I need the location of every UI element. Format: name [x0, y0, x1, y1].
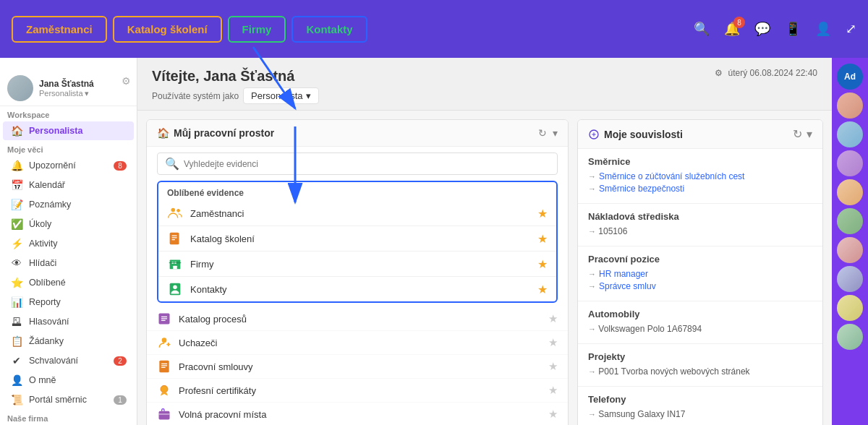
sidebar-item-poznamky[interactable]: 📝 Poznámky [3, 195, 134, 214]
upozorneni-badge: 8 [114, 161, 127, 171]
avatar-4[interactable] [837, 179, 863, 205]
sidebar-item-reporty[interactable]: 📊 Reporty [3, 293, 134, 312]
sidebar-item-aktivity[interactable]: ⚡ Aktivity [3, 234, 134, 253]
avatar-7[interactable] [837, 266, 863, 292]
section-title-pozice: Pracovní pozice [588, 254, 812, 265]
role-selector[interactable]: Personalista ▾ [243, 87, 319, 104]
fav-star-1[interactable]: ★ [537, 232, 548, 246]
other-star-4[interactable]: ★ [548, 408, 558, 421]
nase-firma-label: Naše firma [0, 410, 137, 424]
nav-firmy[interactable]: Firmy [228, 16, 286, 43]
home-icon: 🏠 [10, 125, 23, 137]
other-star-0[interactable]: ★ [548, 312, 558, 325]
portal-icon: 📜 [10, 394, 23, 405]
people-icon [167, 205, 183, 221]
svg-rect-16 [161, 320, 166, 321]
sidebar-item-ukoly[interactable]: ✅ Úkoly [3, 215, 134, 233]
sidebar-item-kalendar[interactable]: 📅 Kalendář [3, 176, 134, 194]
candidates-icon [157, 335, 171, 350]
other-item-procesy[interactable]: Katalog procesů ★ [147, 307, 568, 331]
notification-badge: 8 [733, 17, 745, 28]
collapse-icon[interactable]: ▾ [807, 127, 812, 141]
fav-star-3[interactable]: ★ [537, 283, 548, 296]
main-layout: ← Jana Šťastná Personalista ▾ ⚙ Workspac… [0, 58, 868, 425]
svg-rect-14 [161, 317, 167, 317]
sidebar-item-hlasovani[interactable]: 🗳 Hlasování [3, 312, 134, 331]
sidebar-item-omne[interactable]: 👤 O mně [3, 371, 134, 390]
search-icon[interactable]: 🔍 [694, 21, 710, 37]
workspace-panel-header: 🏠 Můj pracovní prostor ↻ ▾ [147, 120, 568, 147]
fav-star-2[interactable]: ★ [537, 257, 548, 271]
svg-rect-15 [161, 318, 167, 319]
sidebar-item-oblibene[interactable]: ⭐ Oblíbené [3, 273, 134, 292]
watch-icon: 👁 [10, 257, 23, 269]
avatar-6[interactable] [837, 237, 863, 263]
avatar-5[interactable] [837, 208, 863, 234]
header-left: Vítejte, Jana Šťastná Používáte systém j… [152, 68, 319, 104]
content-header: Vítejte, Jana Šťastná Používáte systém j… [137, 58, 832, 111]
header-subtitle: Používáte systém jako Personalista ▾ [152, 87, 319, 104]
fav-star-0[interactable]: ★ [537, 207, 548, 220]
expand-icon[interactable]: ⤢ [846, 21, 856, 37]
avatar-8[interactable] [837, 295, 863, 321]
svg-rect-21 [161, 364, 167, 364]
avatar-3[interactable] [837, 150, 863, 176]
refresh-icon[interactable]: ↻ [538, 127, 547, 139]
right-panel-icons: ↻ ▾ [793, 127, 812, 141]
sidebar-item-upozorneni[interactable]: 🔔 Upozornění 8 [3, 156, 134, 175]
section-title-projekty: Projekty [588, 351, 812, 362]
right-panel-header: Moje souvislosti ↻ ▾ [578, 120, 822, 149]
other-item-volna[interactable]: Volná pracovní místa ★ [147, 403, 568, 425]
sidebar-item-personalista[interactable]: 🏠 Personalista [3, 121, 134, 140]
nav-zamestnanci[interactable]: Zaměstnanci [12, 16, 107, 43]
other-item-smlouvy[interactable]: Pracovní smlouvy ★ [147, 355, 568, 379]
other-star-1[interactable]: ★ [548, 336, 558, 349]
sidebar-item-portal[interactable]: 📜 Portál směrnic 1 [3, 390, 134, 409]
tasks-icon: ✅ [10, 218, 23, 230]
avatar-1[interactable] [837, 93, 863, 119]
process-icon [157, 312, 171, 326]
link-pozice-2[interactable]: → Správce smluv [588, 281, 812, 291]
link-smernice-1[interactable]: → Směrnice o zúčtování služebních cest [588, 171, 812, 181]
device-icon[interactable]: 📱 [785, 21, 801, 37]
svg-point-17 [162, 338, 167, 343]
arrow-icon: → [588, 184, 596, 193]
other-star-2[interactable]: ★ [548, 360, 558, 373]
other-item-certifikaty[interactable]: Profesní certifikáty ★ [147, 379, 568, 403]
collapse-icon[interactable]: ▾ [553, 127, 558, 139]
sidebar-user: Jana Šťastná Personalista ▾ ⚙ [0, 68, 137, 106]
header-right: ⚙ úterý 06.08.2024 22:40 [715, 68, 817, 78]
right-panel: Moje souvislosti ↻ ▾ Směrnice → Směrnice… [577, 119, 823, 425]
avatar-ad[interactable]: Ad [837, 64, 863, 90]
fav-item-zamestnanci[interactable]: Zaměstnanci ★ [158, 201, 556, 226]
page-title: Vítejte, Jana Šťastná [152, 68, 319, 85]
search-input[interactable] [184, 159, 550, 169]
contacts-icon [167, 281, 183, 297]
request-icon: 📋 [10, 335, 23, 347]
gear-icon[interactable]: ⚙ [122, 75, 131, 87]
fav-item-katalog[interactable]: Katalog školení ★ [158, 226, 556, 252]
link-pozice-1[interactable]: → HR manager [588, 269, 812, 279]
arrow-icon: → [588, 270, 596, 278]
user-icon[interactable]: 👤 [815, 21, 831, 37]
refresh-icon[interactable]: ↻ [793, 127, 802, 141]
other-item-uchazeci[interactable]: Uchazeči ★ [147, 331, 568, 355]
avatar-9[interactable] [837, 324, 863, 350]
sidebar-item-hlidaci[interactable]: 👁 Hlídači [3, 254, 134, 272]
other-star-3[interactable]: ★ [548, 384, 558, 397]
settings-icon[interactable]: ⚙ [715, 68, 723, 78]
sidebar-item-schvalovani[interactable]: ✔ Schvalování 2 [3, 351, 134, 370]
nav-katalog[interactable]: Katalog školení [113, 16, 222, 43]
jobs-icon [157, 407, 171, 421]
notifications-icon[interactable]: 🔔 8 [724, 21, 740, 37]
workspace-panel-title: 🏠 Můj pracovní prostor [157, 127, 274, 139]
avatar-column: Ad [832, 58, 868, 425]
fav-item-kontakty[interactable]: Kontakty ★ [158, 277, 556, 301]
fav-box: Oblíbené evidence Zaměstnanci ★ [157, 181, 558, 303]
link-smernice-2[interactable]: → Směrnice bezpečnosti [588, 184, 812, 194]
fav-item-firmy[interactable]: Firmy ★ [158, 252, 556, 277]
sidebar-item-zadanky[interactable]: 📋 Žádanky [3, 332, 134, 351]
chat-icon[interactable]: 💬 [754, 21, 770, 37]
avatar-2[interactable] [837, 121, 863, 147]
nav-kontakty[interactable]: Kontakty [292, 16, 367, 43]
